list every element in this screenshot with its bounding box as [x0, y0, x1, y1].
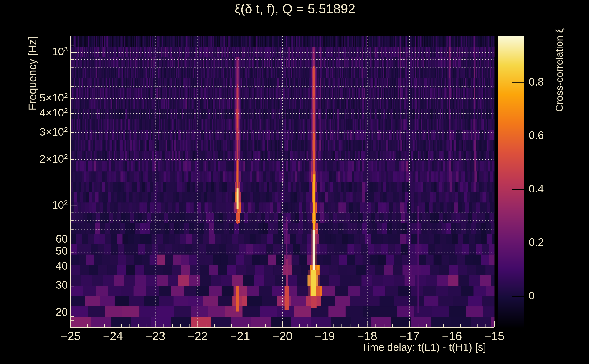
y-tick-label: 20: [0, 306, 68, 318]
colorbar-tick-label: 0.8: [529, 76, 544, 88]
colorbar-tick-label: 0: [529, 290, 535, 301]
colorbar-tick-label: 0.4: [529, 183, 544, 195]
y-tick-label: 60: [0, 233, 68, 245]
y-tick-label: 30: [0, 279, 68, 291]
y-tick-label: 3×102: [0, 126, 68, 138]
y-tick-label: 40: [0, 260, 68, 272]
colorbar-tick-label: 0.6: [529, 130, 544, 141]
x-axis-label: Time delay: t(L1) - t(H1) [s]: [361, 342, 486, 353]
y-tick-label: 4×102: [0, 107, 68, 118]
heatmap-canvas: [0, 0, 589, 364]
cross-correlation-figure: ξ(δ t, f), Q = 5.51892 Frequency [Hz] Ti…: [0, 0, 589, 364]
y-tick-label: 2×102: [0, 153, 68, 165]
y-tick-label: 103: [0, 46, 68, 57]
x-tick-label: −15: [469, 330, 519, 342]
y-tick-label: 5×102: [0, 92, 68, 104]
y-tick-label: 50: [0, 245, 68, 257]
y-tick-label: 102: [0, 199, 68, 211]
colorbar-tick-label: 0.2: [529, 237, 544, 248]
page-title: ξ(δ t, f), Q = 5.51892: [235, 2, 355, 16]
colorbar-label: Cross-correlation ξ: [554, 28, 565, 112]
